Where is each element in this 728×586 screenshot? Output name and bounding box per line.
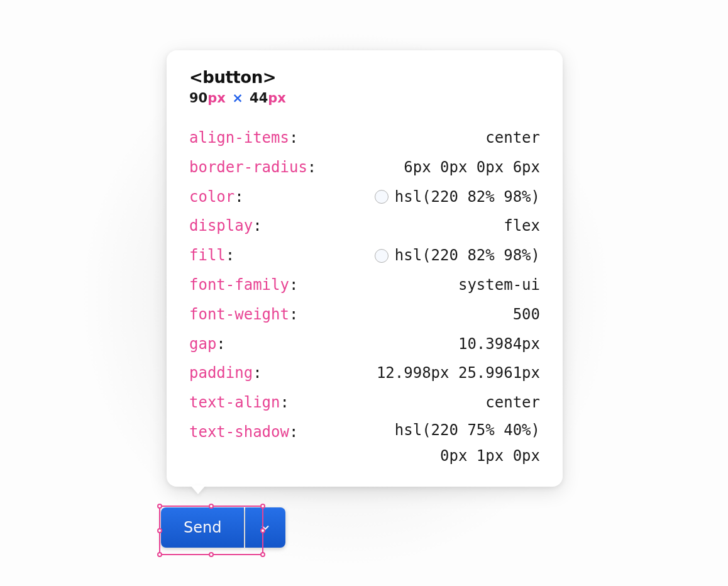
resize-handle-bottom-right[interactable] <box>260 552 265 557</box>
tooltip-tail <box>190 485 206 494</box>
css-property-value: system-ui <box>458 270 540 300</box>
css-value-text: center <box>485 123 540 153</box>
css-value-text: center <box>485 388 540 417</box>
css-property-value: hsl(220 82% 98%) <box>375 241 540 270</box>
button-group: Send <box>161 507 285 548</box>
css-property-row: displayflex <box>189 211 540 241</box>
css-property-value: flex <box>504 211 540 241</box>
send-button[interactable]: Send <box>161 507 244 548</box>
css-property-name: gap <box>189 329 226 359</box>
resize-handle-bottom-middle[interactable] <box>209 552 214 557</box>
send-dropdown-button[interactable] <box>245 507 285 548</box>
height-value: 44 <box>250 91 268 106</box>
css-value-text: 6px 0px 0px 6px <box>404 153 540 182</box>
css-property-row: gap10.3984px <box>189 329 540 359</box>
css-property-row: padding12.998px 25.9961px <box>189 358 540 388</box>
css-property-value: center <box>485 388 540 417</box>
width-unit: px <box>207 91 226 106</box>
css-inspector-tooltip: <button> 90px × 44px align-itemscenterbo… <box>167 50 563 487</box>
css-property-name: fill <box>189 241 234 270</box>
css-property-row: text-shadowhsl(220 75% 40%)0px 1px 0px <box>189 417 540 469</box>
css-property-name: text-shadow <box>189 417 298 447</box>
css-property-name: display <box>189 211 262 241</box>
css-property-name: font-family <box>189 270 298 300</box>
css-property-name: font-weight <box>189 300 298 329</box>
css-property-value: 500 <box>513 300 540 329</box>
css-property-row: fillhsl(220 82% 98%) <box>189 241 540 270</box>
chevron-down-icon <box>259 521 272 534</box>
css-value-text: hsl(220 82% 98%) <box>395 182 540 212</box>
height-unit: px <box>268 91 286 106</box>
css-property-value-multiline: hsl(220 75% 40%)0px 1px 0px <box>395 417 540 469</box>
css-property-value: 12.998px 25.9961px <box>377 358 540 388</box>
times-symbol: × <box>232 91 243 106</box>
element-tag: <button> <box>189 68 540 87</box>
css-property-row: align-itemscenter <box>189 123 540 153</box>
resize-handle-bottom-left[interactable] <box>157 552 162 557</box>
css-value-text: system-ui <box>458 270 540 300</box>
css-property-row: font-familysystem-ui <box>189 270 540 300</box>
css-value-line: hsl(220 75% 40%) <box>395 417 540 443</box>
css-value-line: 0px 1px 0px <box>440 443 540 469</box>
css-value-text: 500 <box>513 300 540 329</box>
css-property-value: hsl(220 75% 40%)0px 1px 0px <box>395 417 540 469</box>
css-property-value: center <box>485 123 540 153</box>
css-value-text: 10.3984px <box>458 329 540 359</box>
width-value: 90 <box>189 91 207 106</box>
css-property-name: padding <box>189 358 262 388</box>
css-property-value: hsl(220 82% 98%) <box>375 182 540 212</box>
css-properties-list: align-itemscenterborder-radius6px 0px 0p… <box>189 123 540 469</box>
color-swatch <box>375 190 389 204</box>
css-property-row: font-weight500 <box>189 300 540 329</box>
css-property-name: align-items <box>189 123 298 153</box>
css-value-text: hsl(220 82% 98%) <box>395 241 540 270</box>
send-button-label: Send <box>184 519 221 536</box>
css-property-name: color <box>189 182 244 212</box>
css-property-name: text-align <box>189 388 289 417</box>
css-property-row: text-aligncenter <box>189 388 540 417</box>
css-property-row: colorhsl(220 82% 98%) <box>189 182 540 212</box>
css-value-text: 12.998px 25.9961px <box>377 358 540 388</box>
color-swatch <box>375 249 389 263</box>
css-property-value: 6px 0px 0px 6px <box>404 153 540 182</box>
element-dimensions: 90px × 44px <box>189 91 540 106</box>
css-property-value: 10.3984px <box>458 329 540 359</box>
css-property-name: border-radius <box>189 153 316 182</box>
css-value-text: flex <box>504 211 540 241</box>
css-property-row: border-radius6px 0px 0px 6px <box>189 153 540 182</box>
